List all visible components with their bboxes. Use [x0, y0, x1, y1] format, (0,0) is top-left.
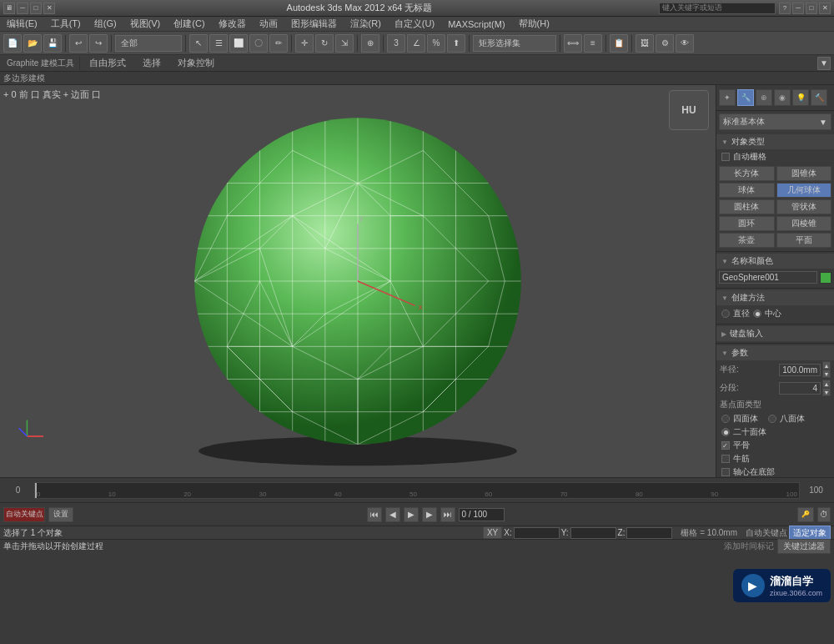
cone-btn[interactable]: 圆锥体 [776, 166, 832, 181]
time-config-btn[interactable]: ⏱ [817, 507, 831, 522]
radius-up[interactable]: ▲ [822, 361, 831, 370]
smooth-cb[interactable] [721, 441, 730, 450]
coord-mode[interactable]: XY [483, 526, 502, 539]
utility-icon[interactable]: 🔨 [811, 89, 827, 106]
keyboard-input-header[interactable]: ▶ 键盘输入 [716, 326, 834, 341]
tab-object-paint[interactable]: 对象控制 [170, 54, 222, 72]
auto-key-btn[interactable]: 自动关键点 [3, 507, 45, 522]
menu-modifier[interactable]: 修改器 [215, 18, 249, 30]
rect-select-btn[interactable]: ⬜ [229, 34, 248, 53]
open-btn[interactable]: 📂 [23, 34, 42, 53]
diameter-radio[interactable] [721, 309, 730, 318]
select-name-btn[interactable]: ☰ [209, 34, 228, 53]
plane-btn[interactable]: 平面 [776, 233, 832, 248]
tetra-radio[interactable] [721, 415, 730, 423]
paint-btn[interactable]: ✏ [269, 34, 288, 53]
y-input[interactable] [570, 527, 616, 539]
segments-input[interactable] [779, 382, 821, 395]
close-btn2[interactable]: ✕ [819, 3, 831, 14]
redo-btn[interactable]: ↪ [89, 34, 108, 53]
select-btn[interactable]: ↖ [189, 34, 208, 53]
menu-render[interactable]: 渲染(R) [347, 18, 384, 30]
torus-btn[interactable]: 圆环 [719, 216, 775, 231]
close-button[interactable]: ✕ [43, 3, 55, 14]
teapot-btn[interactable]: 茶壶 [719, 233, 775, 248]
base-pivot-cb[interactable] [721, 468, 730, 476]
next-frame-btn[interactable]: ▶ [422, 507, 437, 522]
object-type-header[interactable]: ▼ 对象类型 [716, 134, 834, 149]
minimize-btn2[interactable]: ─ [792, 3, 804, 14]
icosa-radio[interactable] [721, 428, 730, 436]
radius-input[interactable] [779, 364, 821, 376]
viewport[interactable]: + 0 前 口 真实 + 边面 口 HU [0, 85, 716, 477]
key-mode-btn[interactable]: 🔑 [797, 507, 814, 522]
cylinder-btn[interactable]: 圆柱体 [719, 199, 775, 214]
prev-frame-btn[interactable]: ◀ [385, 507, 400, 522]
pivot-btn[interactable]: ⊕ [361, 34, 379, 53]
selection-set[interactable]: 矩形选择集 [473, 35, 556, 52]
timeline-track[interactable]: 0 10 20 30 40 50 60 70 80 90 100 [34, 482, 800, 499]
viewport-nav[interactable]: HU [669, 90, 711, 132]
window-controls[interactable]: 🖥 ─ □ ✕ [3, 3, 55, 14]
center-radio[interactable] [753, 309, 761, 318]
geosphere-btn[interactable]: 几何球体 [776, 183, 832, 198]
motion-icon[interactable]: ◉ [774, 89, 791, 106]
menu-customize[interactable]: 自定义(U) [391, 18, 438, 30]
create-icon[interactable]: ✦ [719, 89, 736, 106]
rotate-btn[interactable]: ↻ [315, 34, 334, 53]
name-color-header[interactable]: ▼ 名称和颜色 [716, 254, 834, 269]
z-input[interactable] [626, 527, 672, 539]
params-header[interactable]: ▼ 参数 [716, 345, 834, 360]
display-icon[interactable]: 💡 [792, 89, 809, 106]
render-setup-btn[interactable]: ⚙ [656, 34, 674, 53]
box-btn[interactable]: 长方体 [719, 166, 775, 181]
x-input[interactable] [514, 527, 560, 539]
search-box[interactable]: 键入关键字或短语 [659, 3, 776, 14]
new-btn[interactable]: 📄 [3, 34, 22, 53]
pct-snap-btn[interactable]: % [427, 34, 445, 53]
tab-select[interactable]: 选择 [135, 54, 168, 72]
octa-radio[interactable] [768, 415, 776, 423]
menu-graph-editor[interactable]: 图形编辑器 [288, 18, 340, 30]
3d-snap-btn[interactable]: 3 [387, 34, 405, 53]
undo-btn[interactable]: ↩ [69, 34, 88, 53]
minimize-button[interactable]: ─ [17, 3, 28, 14]
save-btn[interactable]: 💾 [43, 34, 62, 53]
render-view-btn[interactable]: 👁 [676, 34, 694, 53]
toggle-btn[interactable]: ▼ [817, 57, 831, 70]
object-type-dropdown[interactable]: 标准基本体 ▼ [719, 113, 831, 130]
menu-animation[interactable]: 动画 [256, 18, 281, 30]
set-key-btn[interactable]: 设置 [48, 507, 73, 522]
sphere-btn[interactable]: 球体 [719, 183, 775, 198]
go-start-btn[interactable]: ⏮ [367, 507, 382, 522]
segments-down[interactable]: ▼ [822, 388, 831, 396]
angle-snap-btn[interactable]: ∠ [407, 34, 425, 53]
lasso-btn[interactable]: 〇 [249, 34, 268, 53]
menu-maxscript[interactable]: MAXScript(M) [445, 19, 508, 29]
menu-group[interactable]: 组(G) [91, 18, 120, 30]
color-swatch[interactable] [820, 272, 831, 284]
tab-freeform[interactable]: 自由形式 [82, 54, 133, 72]
spinner-snap-btn[interactable]: ⬆ [447, 34, 465, 53]
pyramid-btn[interactable]: 四棱锥 [776, 216, 832, 231]
layer-btn[interactable]: 📋 [610, 34, 628, 53]
modify-icon[interactable]: 🔧 [737, 89, 754, 106]
hierarchy-icon[interactable]: ⊕ [756, 89, 772, 106]
tube-btn[interactable]: 管状体 [776, 199, 832, 214]
align-btn[interactable]: ≡ [584, 34, 602, 53]
creation-method-header[interactable]: ▼ 创建方法 [716, 290, 834, 305]
render-btn[interactable]: 🖼 [636, 34, 654, 53]
maximize-button[interactable]: □ [30, 3, 42, 14]
menu-edit[interactable]: 编辑(E) [3, 18, 41, 30]
play-btn[interactable]: ▶ [404, 507, 419, 522]
menu-help[interactable]: 帮助(H) [515, 18, 553, 30]
mirror-btn[interactable]: ⟺ [564, 34, 582, 53]
restore-btn[interactable]: □ [806, 3, 817, 14]
menu-view[interactable]: 视图(V) [127, 18, 164, 30]
menu-create[interactable]: 创建(C) [170, 18, 208, 30]
hemisphere-cb[interactable] [721, 455, 730, 463]
object-name-input[interactable] [719, 271, 817, 284]
key-filter-btn[interactable]: 关键过滤器 [777, 539, 831, 554]
scale-btn[interactable]: ⇲ [335, 34, 354, 53]
menu-tools[interactable]: 工具(T) [48, 18, 84, 30]
